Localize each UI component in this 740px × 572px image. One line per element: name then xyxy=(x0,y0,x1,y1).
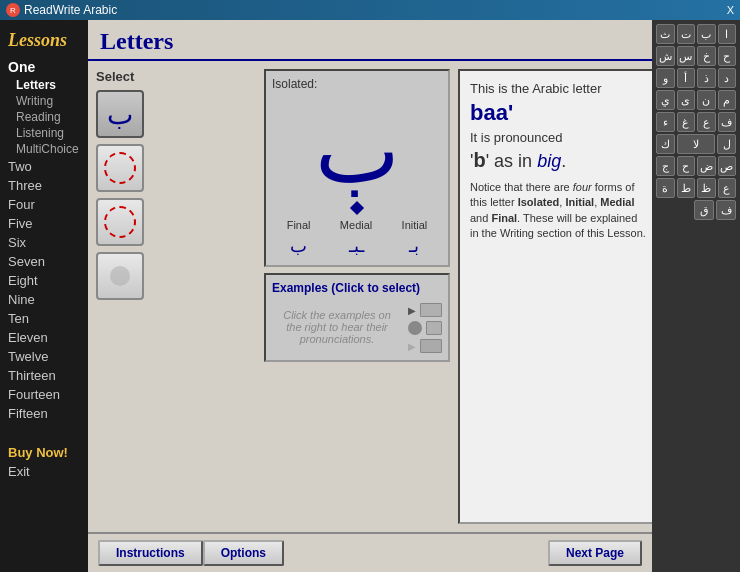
next-page-button[interactable]: Next Page xyxy=(548,540,642,566)
examples-placeholder: Click the examples on the right to hear … xyxy=(272,299,402,354)
arabic-key-alef2[interactable]: أ xyxy=(677,68,696,88)
arabic-key-lam[interactable]: ل xyxy=(717,134,736,154)
arabic-key-ya[interactable]: ي xyxy=(656,90,675,110)
arabic-key-sad[interactable]: ص xyxy=(718,156,737,176)
options-button[interactable]: Options xyxy=(203,540,284,566)
example-row-2[interactable] xyxy=(408,321,442,335)
arabic-key-thal[interactable]: ذ xyxy=(697,68,716,88)
letter-name: baa' xyxy=(470,100,646,126)
example-bar-1 xyxy=(420,303,442,317)
sidebar-item-seven[interactable]: Seven xyxy=(0,252,88,271)
arabic-key-ya2[interactable]: ى xyxy=(677,90,696,110)
arabic-key-ta[interactable]: ت xyxy=(677,24,696,44)
arabic-key-dad[interactable]: ض xyxy=(697,156,716,176)
form-final: Final ب xyxy=(287,219,311,257)
form-medial-arabic: ـبـ xyxy=(349,235,364,257)
main-layout: Lessons One Letters Writing Reading List… xyxy=(0,20,740,572)
page-title-bar: Letters xyxy=(88,20,652,61)
sidebar-item-one[interactable]: One xyxy=(0,57,88,77)
page-title: Letters xyxy=(100,28,640,55)
arabic-key-ta2[interactable]: ة xyxy=(656,178,675,198)
arabic-row-6: ك لا ل xyxy=(656,134,736,154)
arabic-key-kaf[interactable]: ك xyxy=(656,134,675,154)
sidebar-item-twelve[interactable]: Twelve xyxy=(0,347,88,366)
info-notice: Notice that there are four forms of this… xyxy=(470,180,646,242)
arabic-key-ha[interactable]: ح xyxy=(718,46,737,66)
form-initial-arabic: بـ xyxy=(409,235,419,257)
sidebar-item-four[interactable]: Four xyxy=(0,195,88,214)
arabic-key-ain[interactable]: ع xyxy=(697,112,716,132)
content-area: Letters Select ب xyxy=(88,20,652,572)
arabic-key-sin[interactable]: س xyxy=(677,46,696,66)
arabic-key-fa[interactable]: ف xyxy=(718,112,737,132)
arabic-row-3: و أ ذ د xyxy=(656,68,736,88)
isolated-letter-display: ب xyxy=(272,95,442,215)
titlebar: R ReadWrite Arabic X xyxy=(0,0,740,20)
sidebar-item-writing[interactable]: Writing xyxy=(0,93,88,109)
isolated-box: Isolated: ب Final ب xyxy=(264,69,450,267)
letter-button-2[interactable] xyxy=(96,144,144,192)
arabic-key-qaf[interactable]: ق xyxy=(694,200,714,220)
sidebar-item-two[interactable]: Two xyxy=(0,157,88,176)
sidebar-item-letters[interactable]: Letters xyxy=(0,77,88,93)
pron-char: b xyxy=(473,149,485,171)
arabic-keyboard-panel: ث ت ب ا ش س خ ح و أ ذ د ي ى ن م ء غ ع ف xyxy=(652,20,740,572)
arabic-key-nun[interactable]: ن xyxy=(697,90,716,110)
example-row-1[interactable]: ▶ xyxy=(408,303,442,317)
arabic-key-jim[interactable]: ج xyxy=(656,156,675,176)
arabic-key-ta3[interactable]: ط xyxy=(677,178,696,198)
example-arrow-1: ▶ xyxy=(408,305,416,316)
sidebar-item-listening[interactable]: Listening xyxy=(0,125,88,141)
buy-now-button[interactable]: Buy Now! xyxy=(0,443,88,462)
bottom-toolbar: Instructions Options Next Page xyxy=(88,532,652,572)
arabic-key-hamza[interactable]: ء xyxy=(656,112,675,132)
letter-button-3[interactable] xyxy=(96,198,144,246)
arabic-key-ha2[interactable]: ح xyxy=(677,156,696,176)
arabic-key-ain2[interactable]: ع xyxy=(718,178,737,198)
arabic-row-7: ج ح ض ص xyxy=(656,156,736,176)
arabic-key-kha[interactable]: خ xyxy=(697,46,716,66)
titlebar-title: ReadWrite Arabic xyxy=(24,3,117,17)
arabic-key-fa2[interactable]: ف xyxy=(716,200,736,220)
example-row-3[interactable]: ▶ xyxy=(408,339,442,353)
sidebar-item-five[interactable]: Five xyxy=(0,214,88,233)
arabic-key-ba[interactable]: ب xyxy=(697,24,716,44)
close-button[interactable]: X xyxy=(727,4,734,16)
dotted-circle-1 xyxy=(104,152,136,184)
sidebar-item-nine[interactable]: Nine xyxy=(0,290,88,309)
exit-button[interactable]: Exit xyxy=(0,462,88,481)
arabic-key-dal[interactable]: د xyxy=(718,68,737,88)
sidebar-item-eight[interactable]: Eight xyxy=(0,271,88,290)
sidebar-item-thirteen[interactable]: Thirteen xyxy=(0,366,88,385)
sidebar-item-eleven[interactable]: Eleven xyxy=(0,328,88,347)
letter-button-1[interactable]: ب xyxy=(96,90,144,138)
forms-row: Final ب Medial ـبـ Initial بـ xyxy=(272,215,442,259)
select-label: Select xyxy=(96,69,256,84)
example-bar-2 xyxy=(426,321,442,335)
center-panel: Isolated: ب Final ب xyxy=(264,69,450,524)
arabic-key-dha[interactable]: ظ xyxy=(697,178,716,198)
sidebar-item-fifteen[interactable]: Fifteen xyxy=(0,404,88,423)
sidebar-item-reading[interactable]: Reading xyxy=(0,109,88,125)
sidebar-item-six[interactable]: Six xyxy=(0,233,88,252)
form-final-arabic: ب xyxy=(290,235,307,257)
arabic-key-tha[interactable]: ث xyxy=(656,24,675,44)
sidebar-item-three[interactable]: Three xyxy=(0,176,88,195)
arabic-key-waw[interactable]: و xyxy=(656,68,675,88)
arabic-key-mim[interactable]: م xyxy=(718,90,737,110)
form-final-label: Final xyxy=(287,219,311,231)
instructions-button[interactable]: Instructions xyxy=(98,540,203,566)
app-icon: R xyxy=(6,3,20,17)
sidebar-item-fourteen[interactable]: Fourteen xyxy=(0,385,88,404)
arabic-key-laa[interactable]: لا xyxy=(677,134,716,154)
arabic-key-ghain[interactable]: غ xyxy=(677,112,696,132)
examples-title: Examples (Click to select) xyxy=(272,281,442,295)
dotted-circle-2 xyxy=(104,206,136,238)
arabic-row-9: ق ف xyxy=(656,200,736,220)
sidebar-item-ten[interactable]: Ten xyxy=(0,309,88,328)
arabic-key-alef[interactable]: ا xyxy=(718,24,737,44)
sidebar-item-multichoice[interactable]: MultiChoice xyxy=(0,141,88,157)
arabic-key-shin[interactable]: ش xyxy=(656,46,675,66)
arabic-row-1: ث ت ب ا xyxy=(656,24,736,44)
letter-button-4[interactable] xyxy=(96,252,144,300)
